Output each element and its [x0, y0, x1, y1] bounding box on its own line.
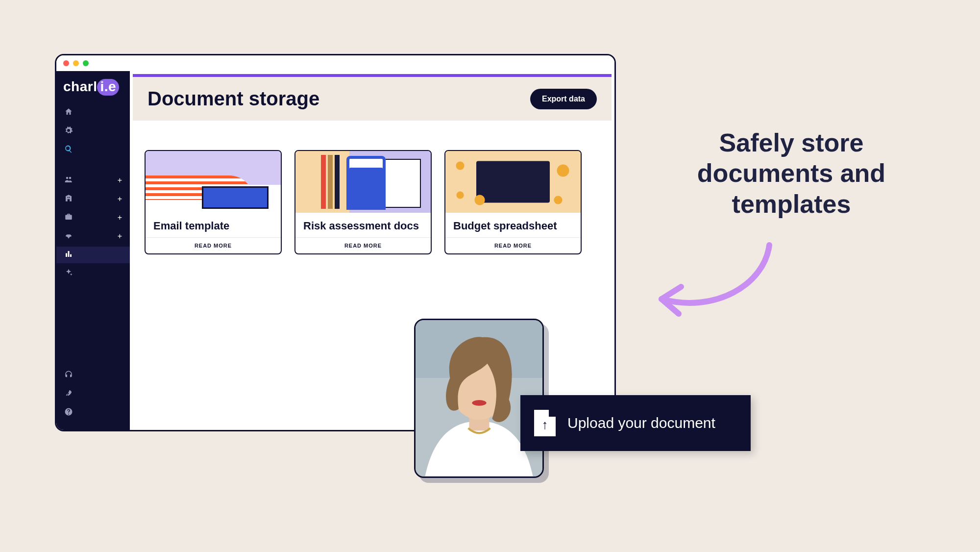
- sidebar-support[interactable]: [56, 367, 130, 384]
- card-title: Budget spreadsheet: [445, 213, 581, 238]
- document-card-risk-assessment[interactable]: Risk assessment docs READ MORE: [294, 150, 432, 254]
- sidebar-search[interactable]: [56, 142, 130, 158]
- marketing-tagline: Safely store documents and templates: [679, 127, 904, 219]
- page-title: Document storage: [147, 88, 319, 110]
- card-illustration: [146, 151, 281, 213]
- read-more-button[interactable]: READ MORE: [295, 238, 431, 253]
- home-icon: [64, 107, 73, 118]
- card-title: Risk assessment docs: [295, 213, 431, 238]
- people-icon: [64, 175, 73, 186]
- sparkle-icon: [64, 268, 73, 279]
- document-card-email-template[interactable]: Email template READ MORE: [145, 150, 282, 254]
- card-illustration: [295, 151, 431, 213]
- page-header: Document storage Export data: [133, 77, 612, 121]
- upload-document-button[interactable]: Upload your document: [520, 395, 751, 451]
- plus-icon[interactable]: +: [118, 213, 122, 222]
- sidebar-launch[interactable]: [56, 386, 130, 402]
- building-icon: [64, 194, 73, 204]
- export-data-button[interactable]: Export data: [530, 89, 597, 109]
- read-more-button[interactable]: READ MORE: [445, 238, 581, 253]
- read-more-button[interactable]: READ MORE: [146, 238, 281, 253]
- close-icon[interactable]: [63, 60, 69, 66]
- help-icon: [64, 407, 73, 418]
- minimize-icon[interactable]: [73, 60, 79, 66]
- card-title: Email template: [146, 213, 281, 238]
- sidebar: charli.e: [56, 71, 130, 430]
- document-cards: Email template READ MORE Risk assessment…: [130, 121, 614, 269]
- sidebar-item-people[interactable]: +: [56, 172, 130, 189]
- search-icon: [64, 145, 73, 155]
- gear-icon: [64, 126, 73, 137]
- rocket-icon: [64, 389, 73, 400]
- upload-label: Upload your document: [567, 415, 715, 431]
- plus-icon[interactable]: +: [118, 176, 122, 185]
- maximize-icon[interactable]: [83, 60, 89, 66]
- sidebar-settings[interactable]: [56, 123, 130, 140]
- sidebar-home[interactable]: [56, 104, 130, 121]
- plant-icon: [64, 231, 73, 242]
- window-titlebar: [56, 55, 614, 71]
- barchart-icon: [64, 250, 73, 260]
- sidebar-item-growth[interactable]: +: [56, 228, 130, 245]
- sidebar-help[interactable]: [56, 404, 130, 421]
- upload-file-icon: [534, 410, 556, 436]
- sidebar-item-reports[interactable]: [56, 247, 130, 263]
- svg-point-4: [472, 400, 486, 406]
- brand-logo: charli.e: [56, 77, 130, 104]
- brand-accent: i.e: [97, 79, 119, 96]
- plus-icon[interactable]: +: [118, 232, 122, 241]
- plus-icon[interactable]: +: [118, 195, 122, 203]
- card-illustration: [445, 151, 581, 213]
- document-card-budget[interactable]: Budget spreadsheet READ MORE: [444, 150, 582, 254]
- sidebar-item-sparkle[interactable]: [56, 265, 130, 282]
- arrow-icon: [647, 240, 784, 328]
- sidebar-item-org[interactable]: +: [56, 191, 130, 207]
- headset-icon: [64, 370, 73, 381]
- briefcase-icon: [64, 212, 73, 223]
- brand-prefix: charl: [63, 79, 97, 94]
- sidebar-item-briefcase[interactable]: +: [56, 209, 130, 226]
